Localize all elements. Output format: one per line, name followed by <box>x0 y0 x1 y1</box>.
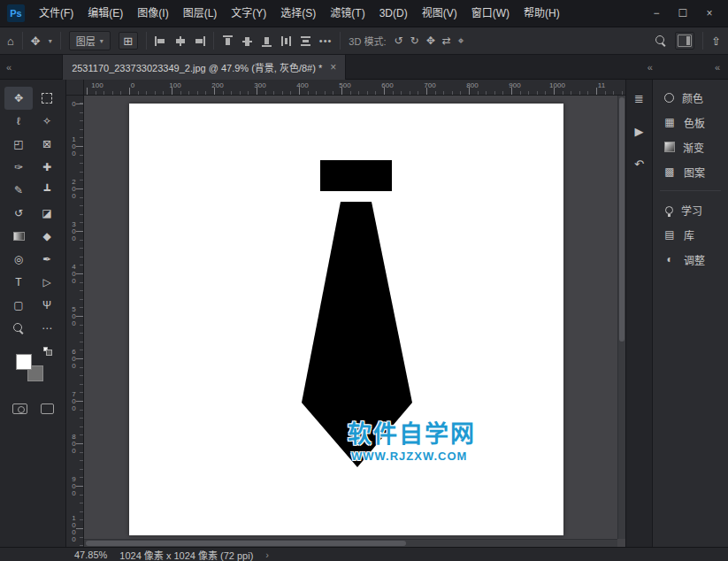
eyedropper-tool-icon: ✑ <box>14 161 23 173</box>
tool-gradient[interactable] <box>4 225 33 248</box>
ruler-number: 11 <box>598 81 605 89</box>
ruler-number: 1000 <box>70 514 78 542</box>
layer-select-dropdown[interactable]: 图层 ▾ <box>69 31 111 50</box>
menu-type[interactable]: 文字(Y) <box>224 0 273 27</box>
more-align-options-button[interactable]: ••• <box>319 35 333 46</box>
tool-path-select[interactable]: ▷ <box>33 271 61 294</box>
tool-more[interactable]: ⋯ <box>33 317 61 340</box>
horizontal-scrollbar[interactable] <box>84 539 617 547</box>
vertical-scrollbar-thumb[interactable] <box>619 97 625 342</box>
horizontal-scrollbar-thumb[interactable] <box>86 541 406 546</box>
3d-pan-icon[interactable]: ✥ <box>426 35 435 47</box>
tool-brush[interactable]: ✎ <box>4 179 33 202</box>
3d-orbit-icon[interactable]: ↺ <box>395 35 403 47</box>
panel-tab-libraries[interactable]: ▤ 库 <box>653 222 728 247</box>
collapse-tools-icon[interactable]: « <box>0 62 18 73</box>
foreground-color-swatch[interactable] <box>16 354 32 370</box>
chevron-down-icon: ▾ <box>100 37 103 45</box>
collapse-dock-panel-icon[interactable]: « <box>709 62 726 73</box>
tool-pen[interactable]: ✒ <box>33 248 61 271</box>
tool-crop[interactable]: ◰ <box>4 133 33 156</box>
shape-tool-icon: ▢ <box>13 299 23 311</box>
tool-healing[interactable]: ✚ <box>33 156 61 179</box>
tool-shape[interactable]: ▢ <box>4 294 33 317</box>
align-left-icon[interactable] <box>155 35 166 47</box>
quick-mask-icon[interactable] <box>12 403 27 414</box>
actions-panel-icon[interactable]: ▶ <box>635 125 644 138</box>
menu-image[interactable]: 图像(I) <box>130 0 175 27</box>
panel-tab-patterns[interactable]: ▩ 图案 <box>653 159 728 184</box>
panel-tab-gradients[interactable]: 渐变 <box>653 134 728 159</box>
tool-dodge[interactable]: ◎ <box>4 248 33 271</box>
healing-tool-icon: ✚ <box>42 161 51 173</box>
document-tab[interactable]: 2531170_233733023349_2.jpg @ 47.9% (背景, … <box>62 55 346 80</box>
3d-mode-label: 3D 模式: <box>349 34 386 48</box>
chevron-down-icon[interactable]: ▾ <box>49 37 52 45</box>
history-panel-icon[interactable]: ↶ <box>634 158 644 171</box>
tool-lasso[interactable]: ℓ <box>4 110 33 133</box>
tool-hand[interactable]: Ψ <box>33 294 61 317</box>
menu-select[interactable]: 选择(S) <box>273 0 323 27</box>
align-bottom-icon[interactable] <box>261 35 272 47</box>
tool-eraser[interactable]: ◪ <box>33 202 61 225</box>
tool-eyedropper[interactable]: ✑ <box>4 156 33 179</box>
tool-zoom[interactable] <box>4 317 33 340</box>
move-tool-preset-icon[interactable]: ✥ <box>31 35 41 48</box>
tab-close-icon[interactable]: × <box>330 61 336 73</box>
align-right-icon[interactable] <box>194 35 205 47</box>
window-controls: − ☐ × <box>643 0 723 27</box>
panel-tab-learn[interactable]: 学习 <box>653 197 728 222</box>
tool-type[interactable]: T <box>4 271 33 294</box>
status-options-chevron-icon[interactable]: › <box>265 549 269 560</box>
tool-blur[interactable]: ◆ <box>33 225 61 248</box>
tool-quick-select[interactable]: ✧ <box>33 110 61 133</box>
tool-move[interactable]: ✥ <box>4 87 33 110</box>
align-center-horizontal-icon[interactable] <box>174 35 186 47</box>
panel-tab-adjustments[interactable]: ◐ 调整 <box>653 247 728 272</box>
share-icon[interactable]: ⇧ <box>711 35 721 48</box>
tool-clone-stamp[interactable]: ┻ <box>33 179 61 202</box>
search-icon[interactable] <box>655 35 667 47</box>
crop-tool-icon: ◰ <box>13 138 23 150</box>
pasteboard: 软件自学网 WWW.RJZXW.COM <box>84 96 625 547</box>
menu-help[interactable]: 帮助(H) <box>517 0 567 27</box>
menu-view[interactable]: 视图(V) <box>415 0 464 27</box>
screen-mode-icon[interactable] <box>41 403 54 414</box>
document-canvas[interactable]: 软件自学网 WWW.RJZXW.COM <box>129 104 563 535</box>
menu-layer[interactable]: 图层(L) <box>176 0 225 27</box>
properties-panel-icon[interactable]: ≣ <box>634 92 644 105</box>
document-size-info[interactable]: 1024 像素 x 1024 像素 (72 ppi) <box>119 548 253 561</box>
tool-marquee[interactable] <box>33 87 61 110</box>
menu-filter[interactable]: 滤镜(T) <box>323 0 372 27</box>
workspace-switcher-button[interactable] <box>675 32 694 50</box>
tool-frame[interactable]: ⊠ <box>33 133 61 156</box>
menu-bar: Ps 文件(F) 编辑(E) 图像(I) 图层(L) 文字(Y) 选择(S) 滤… <box>0 0 728 27</box>
align-middle-icon[interactable] <box>241 35 253 47</box>
3d-dolly-icon[interactable]: ⌖ <box>458 35 464 47</box>
distribute-horizontal-icon[interactable] <box>280 35 292 47</box>
tool-history-brush[interactable]: ↺ <box>4 202 33 225</box>
show-transform-controls-button[interactable]: ⊞ <box>119 32 138 50</box>
panel-tab-swatches[interactable]: ▦ 色板 <box>653 110 728 134</box>
zoom-tool-icon <box>13 323 25 334</box>
zoom-level-field[interactable]: 47.85% <box>74 549 107 560</box>
close-button[interactable]: × <box>696 0 723 27</box>
ruler-number: 800 <box>466 81 478 89</box>
home-icon[interactable]: ⌂ <box>7 35 14 48</box>
menu-file[interactable]: 文件(F) <box>32 0 80 27</box>
default-colors-icon[interactable] <box>43 347 48 351</box>
3d-roll-icon[interactable]: ↻ <box>410 35 419 47</box>
minimize-button[interactable]: − <box>643 0 670 27</box>
menu-3d[interactable]: 3D(D) <box>372 0 415 27</box>
maximize-button[interactable]: ☐ <box>670 0 696 27</box>
collapse-dock-strip-icon[interactable]: « <box>641 62 659 73</box>
menu-window[interactable]: 窗口(W) <box>464 0 517 27</box>
vertical-scrollbar[interactable] <box>617 96 625 539</box>
panel-tab-color[interactable]: 颜色 <box>653 85 728 110</box>
tools-grid: ✥ ℓ ✧ ◰ ⊠ ✑ ✚ ✎ ┻ ↺ ◪ ◆ ◎ ✒ T ▷ ▢ Ψ <box>0 87 65 340</box>
menu-edit[interactable]: 编辑(E) <box>80 0 130 27</box>
ruler-number: 200 <box>211 81 223 89</box>
distribute-vertical-icon[interactable] <box>300 35 311 47</box>
3d-slide-icon[interactable]: ⇄ <box>442 35 451 47</box>
align-top-icon[interactable] <box>222 35 234 47</box>
